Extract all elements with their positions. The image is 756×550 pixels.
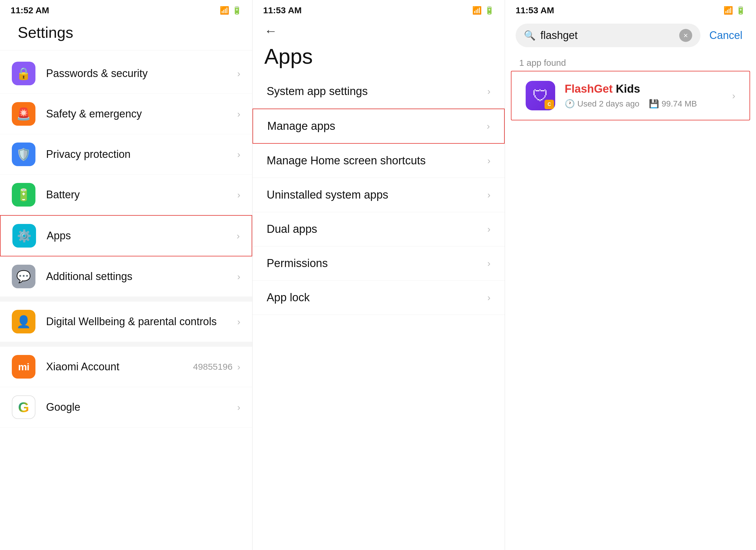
uninstalled-chevron: › — [487, 190, 491, 200]
signal-icon-2: 📶 — [472, 6, 482, 15]
battery-icon-3: 🔋 — [736, 6, 745, 15]
status-icons-1: 📶 🔋 — [220, 6, 242, 15]
divider-2 — [0, 342, 252, 347]
search-header: 🔍 × Cancel — [505, 18, 756, 52]
search-input[interactable] — [540, 29, 674, 42]
status-icons-3: 📶 🔋 — [724, 6, 745, 15]
status-icons-2: 📶 🔋 — [472, 6, 494, 15]
privacy-label: Privacy protection — [46, 148, 237, 161]
time-3: 11:53 AM — [516, 5, 554, 15]
size-text: 99.74 MB — [661, 99, 697, 109]
status-bar-1: 11:52 AM 📶 🔋 — [0, 0, 252, 18]
apps-item-dual[interactable]: Dual apps › — [252, 212, 505, 247]
search-result-item[interactable]: 🛡 C FlashGet Kids 🕐 Used 2 days ago 💾 99… — [511, 71, 750, 120]
apps-list: System app settings › Manage apps › Mana… — [252, 74, 505, 550]
result-chevron: › — [732, 90, 735, 101]
apps-item-system[interactable]: System app settings › — [252, 74, 505, 109]
safety-chevron: › — [237, 109, 240, 120]
search-clear-button[interactable]: × — [679, 29, 692, 42]
privacy-chevron: › — [237, 149, 240, 160]
manage-apps-chevron: › — [487, 121, 490, 132]
battery-icon-2: 🔋 — [485, 6, 494, 15]
apps-item-home-shortcuts[interactable]: Manage Home screen shortcuts › — [252, 144, 505, 178]
size-icon: 💾 — [649, 99, 659, 109]
clock-icon: 🕐 — [565, 99, 575, 109]
manage-apps-label: Manage apps — [267, 120, 487, 133]
permissions-chevron: › — [487, 258, 491, 269]
passwords-icon: 🔒 — [12, 62, 35, 85]
settings-item-xiaomi[interactable]: mi Xiaomi Account 49855196 › — [0, 347, 252, 387]
settings-list: 🔒 Passwords & security › 🚨 Safety & emer… — [0, 50, 252, 550]
app-name: FlashGet Kids — [565, 83, 732, 95]
dual-apps-chevron: › — [487, 224, 491, 235]
time-2: 11:53 AM — [263, 5, 302, 15]
status-bar-3: 11:53 AM 📶 🔋 — [505, 0, 756, 18]
settings-title: Settings — [0, 18, 252, 50]
used-text: Used 2 days ago — [577, 99, 639, 109]
apps-panel: 11:53 AM 📶 🔋 ← Apps System app settings … — [252, 0, 505, 550]
flashget-app-icon: 🛡 C — [526, 81, 555, 110]
xiaomi-value: 49855196 — [193, 362, 232, 372]
safety-icon: 🚨 — [12, 102, 35, 126]
xiaomi-label: Xiaomi Account — [46, 360, 193, 373]
used-info: 🕐 Used 2 days ago — [565, 99, 639, 109]
signal-icon: 📶 — [220, 6, 229, 15]
search-panel: 11:53 AM 📶 🔋 🔍 × Cancel 1 app found 🛡 C … — [505, 0, 756, 550]
size-info: 💾 99.74 MB — [649, 99, 697, 109]
time-1: 11:52 AM — [11, 5, 49, 15]
status-bar-2: 11:53 AM 📶 🔋 — [252, 0, 505, 18]
battery-chevron: › — [237, 190, 240, 200]
app-meta: 🕐 Used 2 days ago 💾 99.74 MB — [565, 99, 732, 109]
xiaomi-chevron: › — [237, 361, 240, 372]
apps-chevron: › — [237, 231, 240, 242]
back-button[interactable]: ← — [264, 24, 277, 38]
battery-label: Battery — [46, 189, 237, 201]
privacy-icon: 🛡️ — [12, 143, 35, 166]
settings-item-google[interactable]: G Google › — [0, 387, 252, 427]
google-label: Google — [46, 401, 237, 413]
search-box[interactable]: 🔍 × — [516, 24, 700, 47]
battery-icon: 🔋 — [232, 6, 242, 15]
apps-settings-icon: ⚙️ — [12, 224, 36, 248]
wellbeing-label: Digital Wellbeing & parental controls — [46, 315, 237, 328]
cancel-button[interactable]: Cancel — [706, 29, 745, 42]
wellbeing-chevron: › — [237, 316, 240, 327]
settings-item-wellbeing[interactable]: 👤 Digital Wellbeing & parental controls … — [0, 301, 252, 342]
app-name-highlight: FlashGet — [565, 83, 613, 95]
dual-apps-label: Dual apps — [267, 223, 487, 236]
settings-item-passwords[interactable]: 🔒 Passwords & security › — [0, 53, 252, 94]
system-app-chevron: › — [487, 86, 491, 97]
apps-item-uninstalled[interactable]: Uninstalled system apps › — [252, 178, 505, 212]
settings-item-safety[interactable]: 🚨 Safety & emergency › — [0, 94, 252, 134]
additional-label: Additional settings — [46, 270, 237, 283]
google-icon: G — [12, 395, 35, 419]
passwords-chevron: › — [237, 68, 240, 79]
apps-title: Apps — [252, 41, 505, 74]
settings-item-apps[interactable]: ⚙️ Apps › — [0, 215, 252, 257]
safety-label: Safety & emergency — [46, 108, 237, 120]
apps-item-lock[interactable]: App lock › — [252, 280, 505, 315]
home-shortcuts-label: Manage Home screen shortcuts — [267, 154, 487, 167]
signal-icon-3: 📶 — [724, 6, 733, 15]
result-info: FlashGet Kids 🕐 Used 2 days ago 💾 99.74 … — [565, 83, 732, 109]
system-app-label: System app settings — [267, 85, 487, 98]
app-lock-chevron: › — [487, 292, 491, 303]
settings-item-privacy[interactable]: 🛡️ Privacy protection › — [0, 134, 252, 175]
child-badge: C — [545, 100, 554, 109]
home-shortcuts-chevron: › — [487, 155, 491, 166]
apps-header: ← — [252, 18, 505, 41]
apps-item-manage[interactable]: Manage apps › — [252, 109, 505, 144]
google-chevron: › — [237, 402, 240, 413]
apps-label: Apps — [47, 230, 237, 242]
passwords-label: Passwords & security — [46, 67, 237, 80]
apps-item-permissions[interactable]: Permissions › — [252, 247, 505, 280]
uninstalled-label: Uninstalled system apps — [267, 189, 487, 201]
additional-chevron: › — [237, 271, 240, 282]
settings-item-battery[interactable]: 🔋 Battery › — [0, 175, 252, 215]
app-name-rest: Kids — [613, 83, 640, 95]
settings-panel: 11:52 AM 📶 🔋 Settings 🔒 Passwords & secu… — [0, 0, 252, 550]
settings-item-additional[interactable]: 💬 Additional settings › — [0, 257, 252, 297]
wellbeing-icon: 👤 — [12, 310, 35, 333]
battery-settings-icon: 🔋 — [12, 183, 35, 207]
permissions-label: Permissions — [267, 257, 487, 270]
